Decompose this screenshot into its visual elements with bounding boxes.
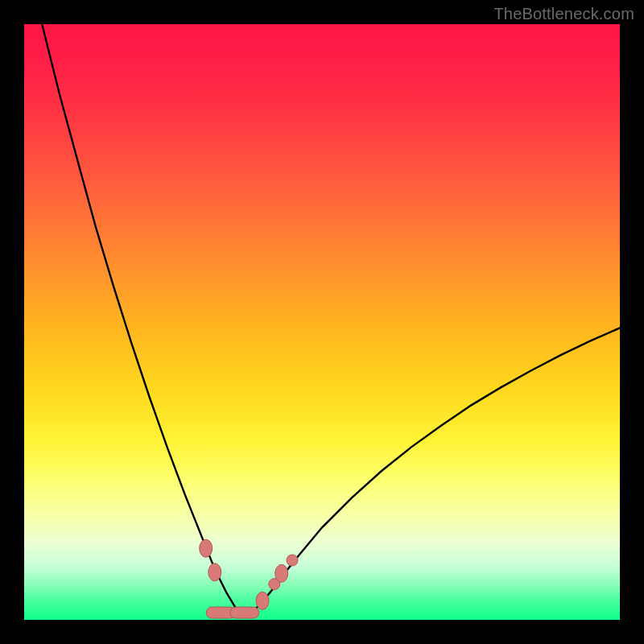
bottleneck-curve bbox=[24, 24, 620, 614]
outer-frame: TheBottleneck.com bbox=[0, 0, 644, 644]
marker-dot bbox=[208, 564, 221, 581]
chart-svg bbox=[24, 24, 620, 620]
plot-area bbox=[24, 24, 620, 620]
marker-dot bbox=[287, 555, 298, 566]
marker-dot bbox=[200, 539, 213, 557]
marker-dot bbox=[256, 592, 269, 609]
watermark-text: TheBottleneck.com bbox=[493, 5, 634, 23]
marker-dot bbox=[275, 564, 288, 582]
marker-capsule bbox=[230, 607, 259, 618]
highlight-markers bbox=[200, 539, 298, 618]
